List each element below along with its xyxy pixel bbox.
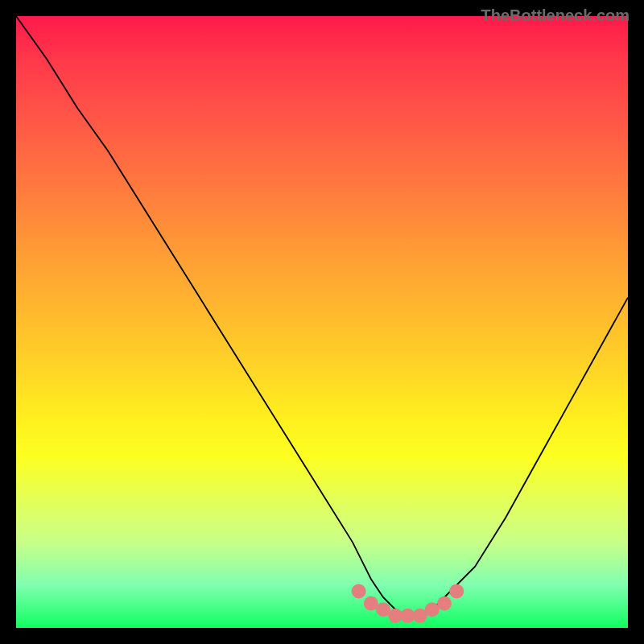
marker-dot — [352, 584, 366, 598]
watermark-text: TheBottleneck.com — [481, 6, 630, 25]
marker-dots — [352, 584, 464, 622]
marker-dot — [437, 597, 452, 611]
marker-dot — [449, 584, 464, 598]
chart-svg — [16, 16, 628, 628]
bottleneck-curve-line — [16, 16, 628, 616]
chart-area — [16, 16, 628, 628]
